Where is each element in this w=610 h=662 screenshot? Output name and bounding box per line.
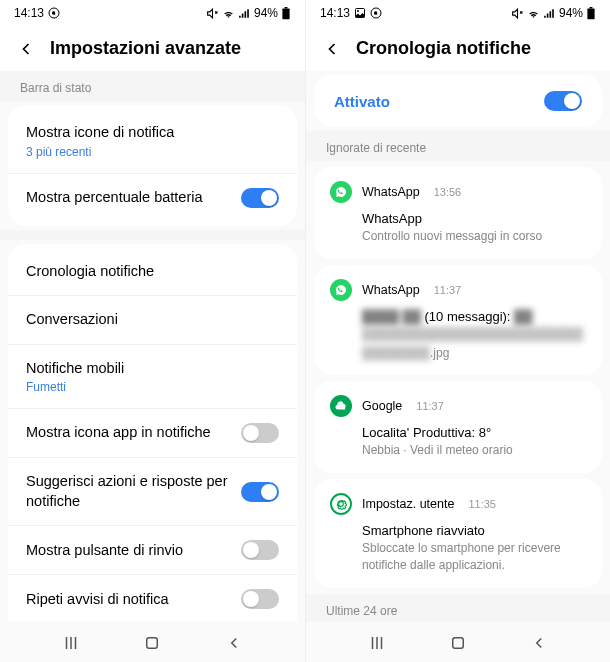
row-title: Mostra percentuale batteria: [26, 188, 241, 208]
notif-title: WhatsApp: [362, 211, 586, 226]
status-time: 14:13: [14, 6, 44, 20]
notif-app: Google: [362, 399, 402, 413]
row-title: Conversazioni: [26, 310, 279, 330]
toggle-show-app-icon[interactable]: [241, 423, 279, 443]
image-status-icon: [354, 7, 366, 19]
whatsapp-status-icon: [370, 7, 382, 19]
signal-icon: [238, 7, 251, 20]
row-title: Mostra icona app in notifiche: [26, 423, 241, 443]
svg-rect-3: [147, 638, 158, 649]
card-settings: Cronologia notifiche Conversazioni Notif…: [8, 244, 297, 622]
notif-title-blurred: ████ ██ (10 messaggi): ██: [362, 309, 586, 324]
screen-notification-history: 14:13 94% Cronologia notifiche Attivato …: [305, 0, 610, 662]
back-icon[interactable]: [16, 39, 36, 59]
card-statusbar: Mostra icone di notifica 3 più recenti M…: [8, 105, 297, 226]
status-bar: 14:13 94%: [0, 0, 305, 24]
status-bar: 14:13 94%: [306, 0, 610, 24]
content-scroll[interactable]: Attivato Ignorate di recente WhatsApp 13…: [306, 71, 610, 622]
cloud-icon: [330, 395, 352, 417]
notif-time: 13:56: [434, 186, 462, 198]
mute-icon: [511, 7, 524, 20]
signal-icon: [543, 7, 556, 20]
whatsapp-icon: [330, 279, 352, 301]
toggle-suggest-actions[interactable]: [241, 482, 279, 502]
notif-app: WhatsApp: [362, 185, 420, 199]
screen-advanced-settings: 14:13 94% Impostazioni avanzate Barra di…: [0, 0, 305, 662]
wifi-icon: [222, 7, 235, 20]
battery-icon: [281, 7, 291, 20]
row-show-app-icon[interactable]: Mostra icona app in notifiche: [8, 408, 297, 457]
battery-percent: 94%: [254, 6, 278, 20]
svg-rect-8: [590, 7, 593, 8]
nav-bar: [0, 622, 305, 662]
section-label-statusbar: Barra di stato: [0, 71, 305, 101]
whatsapp-icon: [330, 181, 352, 203]
toggle-activated[interactable]: [544, 91, 582, 111]
row-title: Notifiche mobili: [26, 359, 279, 379]
svg-rect-1: [282, 8, 289, 19]
row-title: Ripeti avvisi di notifica: [26, 590, 241, 610]
notif-google[interactable]: Google 11:37 Localita' Produttiva: 8° Ne…: [314, 381, 602, 473]
notif-message-blurred: ████████.jpg: [362, 345, 586, 362]
whatsapp-status-icon: [48, 7, 60, 19]
page-title: Impostazioni avanzate: [50, 38, 241, 59]
toggle-battery-percent[interactable]: [241, 188, 279, 208]
notif-message-blurred: ██████████████████████████: [362, 326, 586, 343]
wifi-icon: [527, 7, 540, 20]
mute-icon: [206, 7, 219, 20]
row-suggest-actions[interactable]: Suggerisci azioni e risposte per notific…: [8, 457, 297, 525]
nav-back-icon[interactable]: [225, 634, 243, 652]
page-title: Cronologia notifiche: [356, 38, 531, 59]
notif-message: Nebbia · Vedi il meteo orario: [362, 442, 586, 459]
notif-time: 11:35: [468, 498, 496, 510]
notif-app: Impostaz. utente: [362, 497, 454, 511]
status-time: 14:13: [320, 6, 350, 20]
row-title: Mostra icone di notifica: [26, 123, 279, 143]
svg-rect-2: [285, 7, 288, 8]
nav-recents-icon[interactable]: [368, 634, 386, 652]
battery-percent: 94%: [559, 6, 583, 20]
row-title: Mostra pulsante di rinvio: [26, 541, 241, 561]
row-snooze-button[interactable]: Mostra pulsante di rinvio: [8, 525, 297, 574]
notif-message: Controllo nuovi messaggi in corso: [362, 228, 586, 245]
nav-home-icon[interactable]: [143, 634, 161, 652]
toggle-repeat-alerts[interactable]: [241, 589, 279, 609]
notif-app: WhatsApp: [362, 283, 420, 297]
svg-point-5: [357, 10, 359, 12]
notif-title: Localita' Produttiva: 8°: [362, 425, 586, 440]
header: Impostazioni avanzate: [0, 24, 305, 71]
nav-back-icon[interactable]: [530, 634, 548, 652]
activated-label: Attivato: [334, 93, 390, 110]
row-title: Cronologia notifiche: [26, 262, 279, 282]
svg-rect-7: [587, 8, 594, 19]
row-sub: 3 più recenti: [26, 145, 279, 159]
notif-message: Sbloccate lo smartphone per ricevere not…: [362, 540, 586, 574]
row-title: Suggerisci azioni e risposte per notific…: [26, 472, 241, 511]
header: Cronologia notifiche: [306, 24, 610, 71]
svg-rect-10: [453, 638, 464, 649]
row-sub: Fumetti: [26, 380, 279, 394]
row-activated[interactable]: Attivato: [314, 75, 602, 127]
notif-title: Smartphone riavviato: [362, 523, 586, 538]
toggle-snooze-button[interactable]: [241, 540, 279, 560]
notif-whatsapp-2[interactable]: WhatsApp 11:37 ████ ██ (10 messaggi): ██…: [314, 265, 602, 376]
notif-time: 11:37: [434, 284, 462, 296]
notif-time: 11:37: [416, 400, 444, 412]
battery-icon: [586, 7, 596, 20]
nav-recents-icon[interactable]: [62, 634, 80, 652]
row-repeat-alerts[interactable]: Ripeti avvisi di notifica: [8, 574, 297, 622]
notif-whatsapp-1[interactable]: WhatsApp 13:56 WhatsApp Controllo nuovi …: [314, 167, 602, 259]
row-notification-icons[interactable]: Mostra icone di notifica 3 più recenti: [8, 109, 297, 173]
gear-icon: [330, 493, 352, 515]
row-conversations[interactable]: Conversazioni: [8, 295, 297, 344]
nav-bar: [306, 622, 610, 662]
section-recent: Ignorate di recente: [306, 131, 610, 161]
back-icon[interactable]: [322, 39, 342, 59]
nav-home-icon[interactable]: [449, 634, 467, 652]
row-battery-percent[interactable]: Mostra percentuale batteria: [8, 173, 297, 222]
content-scroll[interactable]: Barra di stato Mostra icone di notifica …: [0, 71, 305, 622]
row-mobile-notifications[interactable]: Notifiche mobili Fumetti: [8, 344, 297, 409]
row-notification-history[interactable]: Cronologia notifiche: [8, 248, 297, 296]
section-24h: Ultime 24 ore: [306, 594, 610, 622]
notif-settings[interactable]: Impostaz. utente 11:35 Smartphone riavvi…: [314, 479, 602, 588]
